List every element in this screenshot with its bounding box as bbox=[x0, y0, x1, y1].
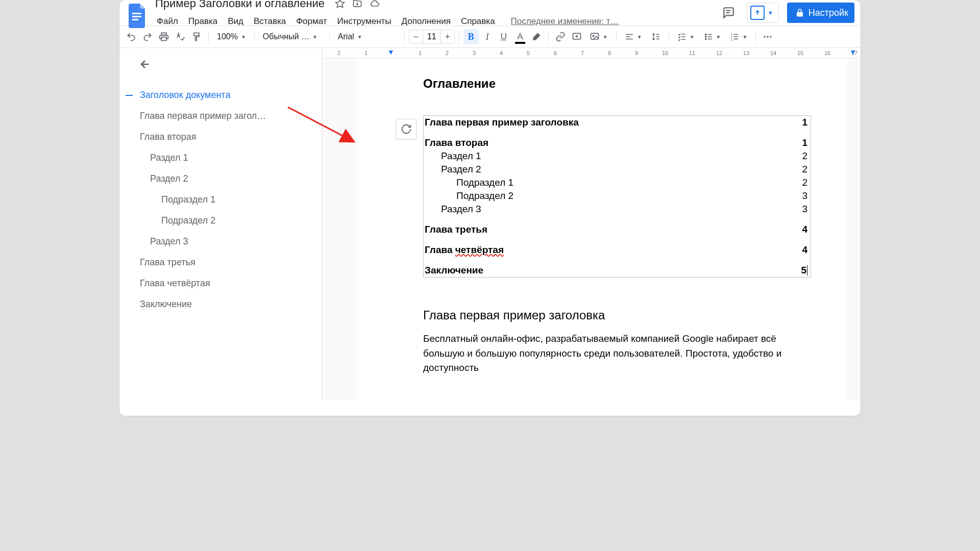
doc-title[interactable]: Пример Заголовки и оглавление bbox=[152, 0, 328, 11]
toc-row[interactable]: Раздел 33 bbox=[424, 203, 811, 216]
outline-panel: Заголовок документаГлава первая пример з… bbox=[119, 48, 322, 400]
lock-icon bbox=[795, 8, 804, 17]
print-icon[interactable] bbox=[156, 29, 172, 44]
share-button[interactable]: Настройк bbox=[787, 3, 854, 23]
toc-row[interactable]: Глава вторая1 bbox=[424, 136, 811, 149]
body-text[interactable]: Бесплатный онлайн-офис, разрабатываемый … bbox=[423, 332, 811, 375]
toc-row[interactable]: Глава четвёртая4 bbox=[424, 243, 811, 257]
document-area[interactable]: 211234567891011121314151617 ▼ ▼ Оглавлен… bbox=[322, 48, 861, 400]
font-size-value[interactable]: 11 bbox=[423, 30, 441, 43]
outline-back-icon[interactable] bbox=[139, 58, 151, 70]
style-select[interactable]: Обычный …▼ bbox=[259, 32, 325, 41]
outline-item[interactable]: Раздел 3 bbox=[130, 231, 313, 252]
comments-icon[interactable] bbox=[718, 3, 739, 23]
menu-view[interactable]: Вид bbox=[223, 14, 248, 29]
menu-addons[interactable]: Дополнения bbox=[397, 14, 455, 29]
last-change[interactable]: Последнее изменение: т… bbox=[511, 16, 619, 27]
paint-format-icon[interactable] bbox=[189, 29, 204, 44]
comment-add-icon[interactable] bbox=[569, 29, 584, 44]
svg-point-34 bbox=[764, 36, 766, 37]
svg-rect-2 bbox=[132, 19, 138, 20]
page[interactable]: Оглавление Глава первая пример заголовка… bbox=[357, 58, 847, 400]
svg-point-22 bbox=[705, 34, 706, 35]
undo-icon[interactable] bbox=[124, 29, 139, 44]
toc-row[interactable]: Подраздел 23 bbox=[424, 189, 811, 203]
highlight-button[interactable] bbox=[529, 29, 544, 44]
redo-icon[interactable] bbox=[140, 29, 155, 44]
bullet-list-button[interactable]: ▼ bbox=[700, 32, 725, 41]
svg-point-35 bbox=[767, 36, 769, 37]
bold-button[interactable]: B bbox=[463, 29, 479, 44]
present-icon[interactable] bbox=[750, 6, 765, 20]
cloud-status-icon[interactable] bbox=[370, 0, 380, 9]
svg-marker-3 bbox=[336, 0, 345, 7]
text-color-button[interactable]: A bbox=[512, 29, 528, 44]
svg-rect-0 bbox=[132, 13, 141, 14]
outline-item[interactable]: Раздел 1 bbox=[130, 147, 313, 168]
star-icon[interactable] bbox=[335, 0, 345, 9]
underline-button[interactable]: U bbox=[496, 29, 511, 44]
font-select[interactable]: Arial▼ bbox=[334, 32, 400, 41]
outline-item[interactable]: Глава четвёртая bbox=[130, 273, 313, 294]
checklist-button[interactable]: ▼ bbox=[673, 32, 699, 41]
svg-point-12 bbox=[593, 35, 594, 37]
svg-point-23 bbox=[705, 36, 706, 37]
toc-row[interactable]: Подраздел 12 bbox=[424, 176, 811, 189]
menu-edit[interactable]: Правка bbox=[184, 14, 222, 29]
italic-button[interactable]: I bbox=[480, 29, 495, 44]
svg-rect-7 bbox=[161, 37, 166, 41]
share-label: Настройк bbox=[808, 8, 848, 18]
spellcheck-icon[interactable] bbox=[173, 29, 188, 44]
font-size-minus[interactable]: − bbox=[409, 30, 423, 43]
outline-item[interactable]: Глава вторая bbox=[130, 127, 313, 147]
ruler-indent-right-icon[interactable]: ▼ bbox=[849, 48, 856, 56]
svg-point-24 bbox=[705, 38, 706, 39]
body-heading[interactable]: Глава первая пример заголовка bbox=[423, 308, 811, 322]
number-list-button[interactable]: 123▼ bbox=[726, 32, 751, 41]
ruler[interactable]: 211234567891011121314151617 ▼ ▼ bbox=[322, 48, 861, 58]
ruler-indent-left-icon[interactable]: ▼ bbox=[387, 48, 395, 56]
docs-logo[interactable] bbox=[128, 2, 148, 30]
present-caret-icon[interactable]: ▼ bbox=[766, 10, 775, 16]
outline-item[interactable]: Раздел 2 bbox=[130, 168, 313, 189]
toc-box[interactable]: Глава первая пример заголовка1Глава втор… bbox=[423, 115, 811, 278]
outline-item[interactable]: Подраздел 2 bbox=[130, 210, 313, 231]
toc-row[interactable]: Глава третья4 bbox=[424, 223, 811, 236]
line-spacing-button[interactable] bbox=[647, 32, 665, 41]
menu-help[interactable]: Справка bbox=[456, 14, 500, 29]
toc-refresh-button[interactable] bbox=[396, 119, 416, 139]
outline-item[interactable]: Заключение bbox=[130, 294, 313, 315]
outline-item[interactable]: Глава первая пример загол… bbox=[130, 106, 313, 127]
svg-rect-6 bbox=[161, 33, 166, 35]
menu-insert[interactable]: Вставка bbox=[249, 14, 290, 29]
toc-row[interactable]: Глава первая пример заголовка1 bbox=[424, 116, 811, 129]
toc-row[interactable]: Заключение5 bbox=[424, 264, 811, 277]
toc-title[interactable]: Оглавление bbox=[423, 77, 811, 91]
menu-file[interactable]: Файл bbox=[152, 14, 183, 29]
toc-row[interactable]: Раздел 22 bbox=[424, 163, 811, 176]
menu-format[interactable]: Формат bbox=[291, 14, 331, 29]
svg-point-36 bbox=[770, 36, 772, 37]
image-insert-button[interactable]: ▼ bbox=[585, 32, 612, 42]
menu-tools[interactable]: Инструменты bbox=[333, 14, 396, 29]
move-folder-icon[interactable] bbox=[352, 0, 362, 9]
outline-item[interactable]: Заголовок документа bbox=[130, 85, 313, 106]
zoom-select[interactable]: 100%▼ bbox=[213, 32, 250, 41]
font-size-plus[interactable]: + bbox=[441, 30, 454, 43]
outline-item[interactable]: Подраздел 1 bbox=[130, 189, 313, 210]
more-icon[interactable] bbox=[760, 29, 775, 44]
outline-item[interactable]: Глава третья bbox=[130, 252, 313, 273]
toc-row[interactable]: Раздел 12 bbox=[424, 149, 811, 163]
align-button[interactable]: ▼ bbox=[621, 32, 646, 41]
svg-rect-1 bbox=[132, 16, 141, 17]
present-share-combo[interactable]: ▼ bbox=[747, 3, 779, 23]
svg-text:3: 3 bbox=[731, 38, 732, 41]
link-icon[interactable] bbox=[553, 29, 568, 44]
